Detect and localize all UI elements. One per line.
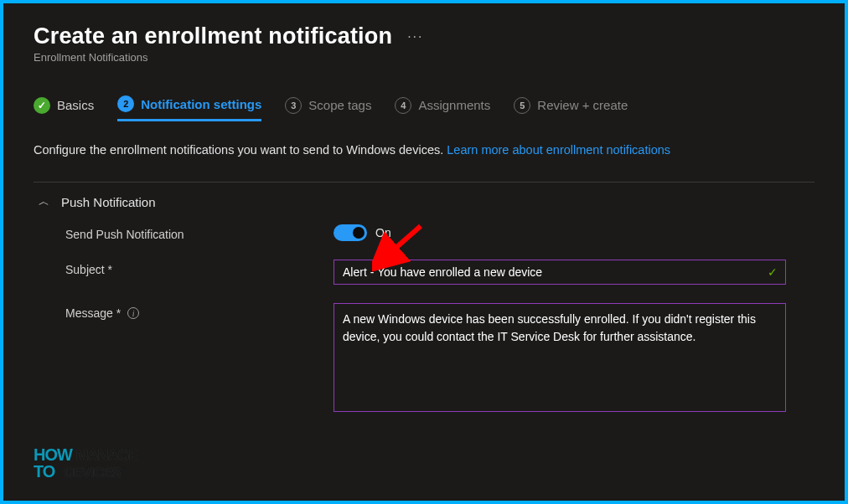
tab-label: Assignments [418,98,490,112]
section-title: Push Notification [61,195,156,209]
page-title: Create an enrollment notification [34,23,392,49]
message-textarea[interactable] [334,303,786,412]
tab-assignments[interactable]: 4 Assignments [395,97,490,121]
label-send-push: Send Push Notification [65,224,334,241]
title-row: Create an enrollment notification ··· [34,23,814,49]
tab-label: Scope tags [308,98,371,112]
learn-more-link[interactable]: Learn more about enrollment notification… [447,143,670,157]
valid-check-icon: ✓ [768,265,778,279]
tab-label: Review + create [537,98,628,112]
label-message-text: Message * [65,306,121,320]
tab-label: Notification settings [141,97,261,111]
tab-basics[interactable]: ✓ Basics [34,97,94,121]
step-number-icon: 5 [514,97,530,114]
tab-notification-settings[interactable]: 2 Notification settings [117,95,261,121]
description-text: Configure the enrollment notifications y… [34,143,447,157]
wizard-tabs: ✓ Basics 2 Notification settings 3 Scope… [34,95,814,121]
watermark: HOW MANAGE TO DEVICES [34,448,137,479]
chevron-up-icon: ︿ [39,194,49,209]
step-number-icon: 4 [395,97,411,114]
watermark-line1: HOW MANAGE [34,448,137,462]
description: Configure the enrollment notifications y… [34,143,814,157]
step-number-icon: 2 [117,95,134,112]
app-root: Create an enrollment notification ··· En… [3,3,845,501]
breadcrumb: Enrollment Notifications [34,51,814,64]
watermark-line2: TO DEVICES [34,465,137,479]
row-send-push: Send Push Notification On [65,224,814,241]
toggle-knob [353,227,365,239]
tab-scope-tags[interactable]: 3 Scope tags [285,97,371,121]
more-icon[interactable]: ··· [407,29,423,44]
control-subject: ✓ [334,260,786,285]
section-header-push-notification[interactable]: ︿ Push Notification [34,183,814,218]
push-notification-form: Send Push Notification On Subject * ✓ Me… [34,218,814,415]
subject-input[interactable] [334,260,786,285]
tab-label: Basics [57,98,94,112]
check-icon: ✓ [34,97,50,114]
info-icon[interactable]: i [127,307,139,319]
label-subject: Subject * [65,260,334,276]
label-subject-text: Subject * [65,263,112,276]
toggle-send-push[interactable] [334,224,367,241]
row-subject: Subject * ✓ [65,260,814,285]
control-message [334,303,786,415]
row-message: Message * i [65,303,814,415]
control-send-push: On [334,224,786,241]
toggle-state-label: On [375,226,391,239]
label-message: Message * i [65,303,334,320]
step-number-icon: 3 [285,97,302,114]
tab-review-create[interactable]: 5 Review + create [514,97,628,121]
